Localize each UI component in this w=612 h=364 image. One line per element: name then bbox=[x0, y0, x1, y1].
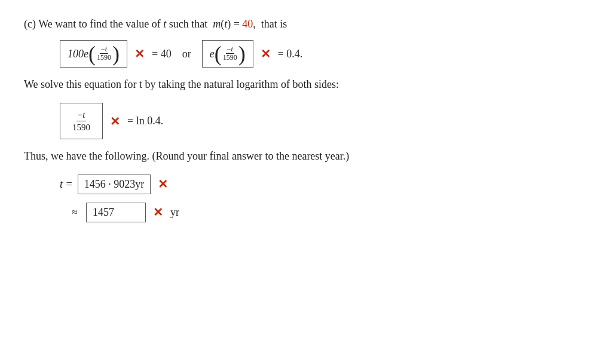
equation-row-2: −t 1590 ✕ = ln 0.4. bbox=[60, 103, 588, 139]
or-label: or bbox=[182, 48, 191, 60]
exp-wrap-2: ( −t 1590 ) bbox=[215, 44, 246, 63]
exp-wrap-1: ( −t 1590 ) bbox=[88, 44, 120, 63]
base-100e: 100e bbox=[68, 48, 88, 60]
equation-row-1: 100e ( −t 1590 ) ✕ = 40 or e ( −t 1590 )… bbox=[60, 40, 588, 68]
equals-ln: = ln 0.4. bbox=[127, 115, 163, 127]
cross-icon-4[interactable]: ✕ bbox=[158, 177, 168, 191]
expr-box-1: 100e ( −t 1590 ) bbox=[60, 40, 127, 68]
exp-den-1: 1590 bbox=[96, 54, 112, 62]
exp-frac-1: −t 1590 bbox=[96, 45, 112, 62]
approx-row: ≈ 1457 ✕ yr bbox=[72, 203, 588, 222]
exp-frac-2: −t 1590 bbox=[222, 45, 238, 62]
cross-icon-3[interactable]: ✕ bbox=[110, 114, 120, 129]
t-label: t = bbox=[60, 178, 73, 191]
left-paren-2: ( bbox=[215, 44, 222, 63]
approx-value: 1457 bbox=[93, 206, 114, 218]
yr-label: yr bbox=[170, 206, 179, 219]
left-paren-1: ( bbox=[88, 44, 96, 63]
t-value-box[interactable]: 1456 · 9023yr bbox=[78, 175, 151, 194]
frac-den-1: 1590 bbox=[71, 121, 91, 133]
equals-04: = 0.4. bbox=[278, 48, 303, 60]
exp-num-1: −t bbox=[100, 45, 108, 54]
frac-1: −t 1590 bbox=[71, 109, 91, 133]
base-e: e bbox=[210, 48, 215, 60]
right-paren-1: ) bbox=[112, 44, 120, 63]
approx-value-box[interactable]: 1457 bbox=[86, 203, 146, 222]
cross-icon-5[interactable]: ✕ bbox=[153, 205, 163, 219]
frac-num-1: −t bbox=[76, 109, 87, 121]
thus-text: Thus, we have the following. (Round your… bbox=[24, 148, 588, 165]
exp-den-2: 1590 bbox=[222, 54, 238, 62]
t-value: 1456 · 9023yr bbox=[84, 178, 145, 190]
t-value-row: t = 1456 · 9023yr ✕ bbox=[60, 175, 588, 194]
cross-icon-2[interactable]: ✕ bbox=[261, 47, 271, 61]
solve-text: We solve this equation for t by taking t… bbox=[24, 76, 588, 93]
part-label: (c) We want to find the value of t such … bbox=[24, 18, 588, 30]
expr-box-2: e ( −t 1590 ) bbox=[202, 40, 253, 68]
equals-40: = 40 bbox=[152, 48, 172, 60]
exp-num-2: −t bbox=[226, 45, 234, 54]
approx-symbol: ≈ bbox=[72, 206, 78, 219]
right-paren-2: ) bbox=[238, 44, 246, 63]
cross-icon-1[interactable]: ✕ bbox=[134, 47, 145, 61]
expr-box-3: −t 1590 bbox=[60, 103, 103, 139]
